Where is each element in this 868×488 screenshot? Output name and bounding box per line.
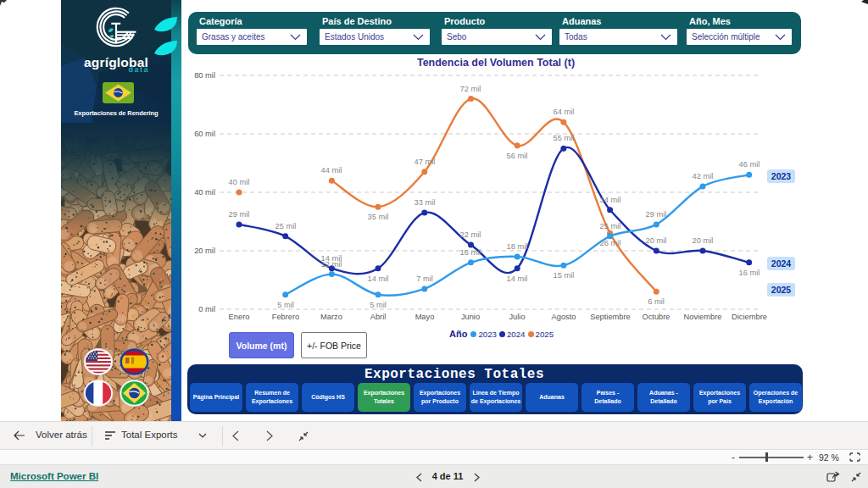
svg-text:6 mil: 6 mil (648, 297, 665, 306)
svg-text:40 mil: 40 mil (194, 188, 215, 197)
svg-text:35 mil: 35 mil (368, 213, 389, 221)
svg-text:Marzo: Marzo (320, 313, 342, 321)
svg-text:Junio: Junio (461, 313, 480, 321)
svg-text:29 mil: 29 mil (229, 210, 250, 219)
svg-text:Noviembre: Noviembre (684, 313, 722, 321)
svg-text:44 mil: 44 mil (321, 166, 342, 175)
svg-text:22 mil: 22 mil (460, 230, 481, 239)
svg-text:25 mil: 25 mil (275, 222, 297, 230)
svg-text:25 mil: 25 mil (600, 222, 621, 230)
svg-text:14 mil: 14 mil (368, 274, 389, 283)
svg-text:20 mil: 20 mil (646, 236, 667, 245)
svg-text:Mayo: Mayo (415, 313, 435, 321)
svg-text:26 mil: 26 mil (600, 239, 621, 247)
svg-text:5 mil: 5 mil (277, 301, 294, 309)
svg-text:18 mil: 18 mil (507, 242, 528, 251)
svg-text:Agosto: Agosto (552, 313, 576, 321)
svg-text:42 mil: 42 mil (693, 172, 714, 180)
svg-text:47 mil: 47 mil (415, 158, 436, 166)
svg-text:55 mil: 55 mil (554, 134, 575, 142)
svg-text:64 mil: 64 mil (554, 108, 575, 116)
svg-text:Abril: Abril (370, 313, 387, 321)
svg-text:0 mil: 0 mil (198, 305, 215, 313)
svg-text:72 mil: 72 mil (460, 85, 481, 93)
svg-text:80 mil: 80 mil (194, 71, 215, 80)
svg-text:29 mil: 29 mil (646, 210, 667, 219)
svg-text:46 mil: 46 mil (739, 160, 760, 169)
svg-text:33 mil: 33 mil (415, 198, 436, 207)
svg-text:Julio: Julio (509, 313, 525, 321)
svg-text:Enero: Enero (229, 313, 250, 321)
svg-text:Octubre: Octubre (642, 313, 670, 321)
svg-text:16 mil: 16 mil (739, 269, 760, 277)
svg-text:40 mil: 40 mil (229, 178, 250, 186)
svg-text:5 mil: 5 mil (370, 301, 387, 309)
svg-text:14 mil: 14 mil (321, 254, 342, 263)
svg-text:14 mil: 14 mil (507, 274, 528, 283)
svg-text:34 mil: 34 mil (600, 196, 621, 204)
svg-text:Septiembre: Septiembre (590, 313, 631, 321)
svg-text:56 mil: 56 mil (507, 152, 528, 160)
svg-text:60 mil: 60 mil (194, 130, 215, 138)
svg-text:7 mil: 7 mil (416, 274, 433, 283)
svg-text:Febrero: Febrero (272, 313, 300, 321)
svg-text:20 mil: 20 mil (194, 247, 215, 255)
svg-text:Diciembre: Diciembre (732, 313, 767, 321)
svg-text:20 mil: 20 mil (693, 236, 714, 245)
svg-text:15 mil: 15 mil (554, 271, 575, 280)
svg-text:16 mil: 16 mil (460, 248, 481, 257)
